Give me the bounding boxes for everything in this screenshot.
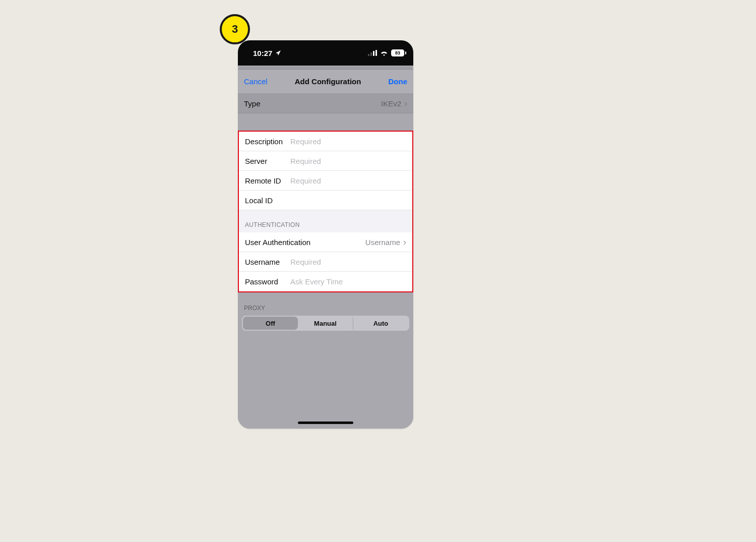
password-input[interactable]: Ask Every Time (290, 277, 406, 286)
user-auth-label: User Authentication (245, 238, 310, 247)
status-bar: 10:27 83 (238, 40, 413, 66)
local-id-label: Local ID (245, 196, 290, 205)
highlighted-config-area: Description Required Server Required Rem… (238, 131, 413, 292)
battery-icon: 83 (391, 49, 406, 56)
username-label: Username (245, 258, 290, 266)
empty-area (238, 331, 413, 416)
cellular-icon (368, 50, 377, 56)
chevron-right-icon: › (403, 237, 406, 247)
description-input[interactable]: Required (290, 137, 406, 146)
local-id-row[interactable]: Local ID (239, 191, 412, 210)
status-time: 10:27 (253, 49, 272, 57)
type-value: IKEv2 (381, 99, 401, 108)
wifi-icon (380, 49, 388, 57)
section-gap (238, 113, 413, 131)
server-label: Server (245, 157, 290, 165)
modal-title: Add Configuration (295, 77, 361, 86)
type-row[interactable]: Type IKEv2 › (238, 94, 413, 113)
location-icon (275, 49, 281, 57)
proxy-option-auto[interactable]: Auto (353, 317, 408, 330)
phone-frame: 10:27 83 Cancel Add Configuration Done (238, 40, 413, 429)
done-button[interactable]: Done (389, 77, 408, 86)
type-label: Type (244, 99, 261, 108)
description-row[interactable]: Description Required (239, 132, 412, 151)
authentication-section-header: AUTHENTICATION (239, 210, 412, 232)
proxy-option-manual[interactable]: Manual (298, 317, 353, 330)
proxy-section-header: PROXY (238, 292, 413, 316)
chevron-right-icon: › (404, 99, 407, 108)
home-indicator (238, 416, 413, 429)
server-input[interactable]: Required (290, 157, 406, 165)
username-input[interactable]: Required (290, 258, 406, 266)
server-row[interactable]: Server Required (239, 151, 412, 171)
cancel-button[interactable]: Cancel (244, 77, 268, 86)
remote-id-input[interactable]: Required (290, 176, 406, 185)
description-label: Description (245, 137, 290, 146)
proxy-option-off[interactable]: Off (243, 317, 298, 330)
modal-nav-bar: Cancel Add Configuration Done (238, 70, 413, 94)
proxy-segmented-control[interactable]: Off Manual Auto (242, 316, 409, 331)
user-auth-row[interactable]: User Authentication Username › (239, 232, 412, 252)
password-label: Password (245, 277, 290, 286)
step-badge: 3 (220, 14, 250, 44)
user-auth-value: Username (365, 238, 400, 247)
remote-id-label: Remote ID (245, 176, 290, 185)
step-number: 3 (232, 23, 238, 36)
username-row[interactable]: Username Required (239, 252, 412, 272)
password-row[interactable]: Password Ask Every Time (239, 272, 412, 291)
remote-id-row[interactable]: Remote ID Required (239, 171, 412, 191)
